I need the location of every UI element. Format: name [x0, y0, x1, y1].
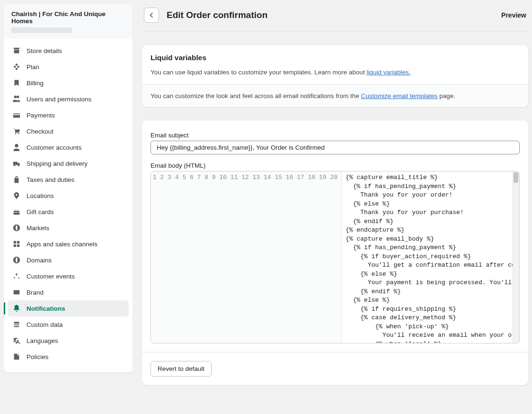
- sidebar-item-checkout[interactable]: Checkout: [8, 123, 129, 139]
- sidebar-item-label: Locations: [27, 192, 54, 199]
- sidebar-item-store-details[interactable]: Store details: [8, 43, 129, 59]
- email-editor-card: Email subject Email body (HTML) 1 2 3 4 …: [142, 120, 528, 385]
- store-name: Chairish | For Chic And Unique Homes: [11, 10, 125, 25]
- plan-icon: [12, 63, 21, 71]
- sidebar-item-markets[interactable]: Markets: [8, 220, 129, 236]
- editor-scrollbar[interactable]: [513, 171, 519, 343]
- sidebar-item-shipping-and-delivery[interactable]: Shipping and delivery: [8, 155, 129, 171]
- sidebar-item-label: Payments: [27, 112, 55, 119]
- page-title: Edit Order confirmation: [167, 10, 501, 20]
- store-subtitle-placeholder: [11, 27, 72, 33]
- locations-icon: [12, 191, 21, 200]
- sidebar-item-label: Shipping and delivery: [27, 160, 88, 167]
- customize-desc-pre: You can customize the look and feel acro…: [151, 92, 361, 99]
- sidebar-item-label: Brand: [27, 289, 44, 296]
- sidebar-item-customer-accounts[interactable]: Customer accounts: [8, 139, 129, 155]
- sidebar-item-policies[interactable]: Policies: [8, 349, 129, 365]
- email-body-editor[interactable]: 1 2 3 4 5 6 7 8 9 10 11 12 13 14 15 16 1…: [151, 171, 520, 343]
- sidebar-item-domains[interactable]: Domains: [8, 252, 129, 268]
- customize-templates-link[interactable]: Customize email templates: [361, 92, 438, 99]
- sidebar-item-payments[interactable]: Payments: [8, 107, 129, 123]
- sidebar-list: Store detailsPlanBillingUsers and permis…: [4, 39, 133, 369]
- settings-sidebar: Chairish | For Chic And Unique Homes Sto…: [4, 4, 133, 372]
- sidebar-item-label: Gift cards: [27, 208, 54, 216]
- sidebar-item-users-and-permissions[interactable]: Users and permissions: [8, 91, 129, 107]
- domains-icon: [12, 256, 21, 264]
- apps-icon: [12, 240, 21, 248]
- customize-desc-post: page.: [438, 92, 456, 99]
- sidebar-item-label: Markets: [27, 225, 49, 232]
- sidebar-item-languages[interactable]: Languages: [8, 333, 129, 349]
- sidebar-item-plan[interactable]: Plan: [8, 59, 129, 75]
- line-number-gutter: 1 2 3 4 5 6 7 8 9 10 11 12 13 14 15 16 1…: [151, 171, 342, 343]
- events-icon: [12, 272, 21, 280]
- sidebar-item-label: Checkout: [27, 128, 53, 135]
- billing-icon: [12, 79, 21, 87]
- sidebar-item-notifications[interactable]: Notifications: [8, 300, 129, 316]
- checkout-icon: [12, 127, 21, 135]
- users-icon: [12, 95, 21, 103]
- sidebar-header: Chairish | For Chic And Unique Homes: [4, 4, 133, 39]
- sidebar-item-label: Billing: [27, 80, 44, 87]
- sidebar-item-billing[interactable]: Billing: [8, 75, 129, 91]
- arrow-left-icon: [147, 11, 156, 19]
- sidebar-item-brand[interactable]: Brand: [8, 284, 129, 300]
- liquid-desc: You can use liquid variables to customiz…: [151, 69, 520, 76]
- customdata-icon: [12, 320, 21, 329]
- sidebar-item-taxes-and-duties[interactable]: Taxes and duties: [8, 171, 129, 188]
- back-button[interactable]: [144, 8, 159, 23]
- email-subject-input[interactable]: [151, 141, 520, 154]
- payments-icon: [12, 111, 21, 119]
- preview-button[interactable]: Preview: [501, 11, 526, 19]
- giftcards-icon: [12, 207, 21, 216]
- customize-desc: You can customize the look and feel acro…: [151, 92, 520, 99]
- sidebar-item-label: Customer accounts: [27, 144, 81, 151]
- sidebar-item-gift-cards[interactable]: Gift cards: [8, 204, 129, 220]
- customers-icon: [12, 143, 21, 152]
- sidebar-item-label: Languages: [27, 337, 58, 344]
- liquid-desc-text: You can use liquid variables to customiz…: [151, 69, 367, 76]
- page-header: Edit Order confirmation Preview: [142, 4, 528, 32]
- languages-icon: [12, 336, 21, 345]
- sidebar-item-label: Domains: [27, 257, 52, 264]
- revert-to-default-button[interactable]: Revert to default: [151, 361, 212, 377]
- main-content: Edit Order confirmation Preview Liquid v…: [142, 4, 528, 385]
- notifications-icon: [12, 304, 21, 313]
- sidebar-item-label: Custom data: [27, 321, 63, 328]
- sidebar-item-label: Notifications: [27, 305, 65, 312]
- sidebar-item-label: Plan: [27, 63, 39, 71]
- brand-icon: [12, 288, 21, 297]
- sidebar-item-label: Users and permissions: [27, 96, 91, 103]
- liquid-heading: Liquid variables: [151, 54, 520, 62]
- editor-scrollbar-thumb[interactable]: [514, 172, 518, 183]
- sidebar-item-label: Taxes and duties: [27, 176, 74, 183]
- card-divider: [142, 352, 528, 352]
- store-icon: [12, 46, 21, 55]
- policies-icon: [12, 352, 21, 361]
- sidebar-item-customer-events[interactable]: Customer events: [8, 268, 129, 284]
- subject-label: Email subject: [151, 132, 520, 139]
- taxes-icon: [12, 175, 21, 184]
- sidebar-item-label: Store details: [27, 47, 62, 54]
- shipping-icon: [12, 159, 21, 168]
- sidebar-item-label: Customer events: [27, 273, 75, 280]
- liquid-variables-card: Liquid variables You can use liquid vari…: [142, 45, 528, 107]
- body-label: Email body (HTML): [151, 162, 520, 169]
- sidebar-item-custom-data[interactable]: Custom data: [8, 316, 129, 333]
- sidebar-item-locations[interactable]: Locations: [8, 188, 129, 204]
- liquid-variables-link[interactable]: liquid variables.: [367, 69, 411, 76]
- sidebar-item-label: Policies: [27, 353, 49, 360]
- markets-icon: [12, 224, 21, 232]
- code-content[interactable]: {% capture email_title %} {% if has_pend…: [342, 171, 519, 343]
- sidebar-item-apps-and-sales-channels[interactable]: Apps and sales channels: [8, 236, 129, 252]
- sidebar-item-label: Apps and sales channels: [27, 241, 98, 248]
